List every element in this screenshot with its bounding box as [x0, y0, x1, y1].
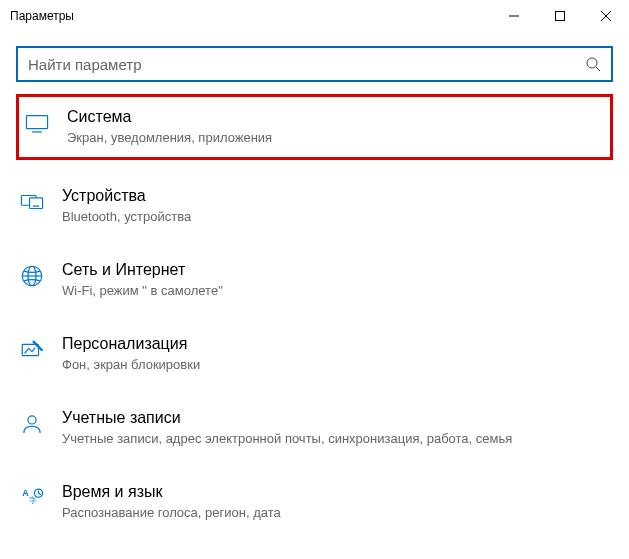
settings-item-title: Система [67, 107, 272, 128]
svg-text:字: 字 [29, 496, 37, 505]
minimize-icon [509, 11, 519, 21]
settings-item-desc: Учетные записи, адрес электронной почты,… [62, 430, 512, 448]
settings-item-text: Время и язык Распознавание голоса, регио… [62, 482, 281, 522]
maximize-button[interactable] [537, 0, 583, 32]
settings-item-time-language[interactable]: A 字 Время и язык Распознавание голоса, р… [16, 472, 613, 532]
window-titlebar: Параметры [0, 0, 629, 32]
settings-item-title: Устройства [62, 186, 191, 207]
settings-item-text: Учетные записи Учетные записи, адрес эле… [62, 408, 512, 448]
settings-item-network[interactable]: Сеть и Интернет Wi-Fi, режим " в самолет… [16, 250, 613, 310]
settings-item-text: Персонализация Фон, экран блокировки [62, 334, 200, 374]
svg-point-15 [28, 416, 36, 424]
settings-item-desc: Bluetooth, устройства [62, 208, 191, 226]
settings-item-desc: Распознавание голоса, регион, дата [62, 504, 281, 522]
settings-item-text: Система Экран, уведомления, приложения [67, 107, 272, 147]
maximize-icon [555, 11, 565, 21]
settings-item-title: Персонализация [62, 334, 200, 355]
svg-rect-9 [30, 198, 43, 209]
person-icon [16, 408, 48, 440]
settings-item-desc: Фон, экран блокировки [62, 356, 200, 374]
close-icon [601, 11, 611, 21]
settings-item-desc: Экран, уведомления, приложения [67, 129, 272, 147]
globe-icon [16, 260, 48, 292]
search-input[interactable] [28, 56, 585, 73]
settings-item-ease-of-access[interactable]: Специальные возможности Экранный диктор,… [16, 546, 613, 559]
search-icon [585, 56, 601, 72]
svg-rect-6 [26, 116, 47, 129]
settings-item-personalization[interactable]: Персонализация Фон, экран блокировки [16, 324, 613, 384]
minimize-button[interactable] [491, 0, 537, 32]
personalization-icon [16, 334, 48, 366]
settings-item-text: Устройства Bluetooth, устройства [62, 186, 191, 226]
display-icon [21, 107, 53, 139]
window-controls [491, 0, 629, 32]
settings-item-text: Сеть и Интернет Wi-Fi, режим " в самолет… [62, 260, 223, 300]
search-box[interactable] [16, 46, 613, 82]
settings-item-accounts[interactable]: Учетные записи Учетные записи, адрес эле… [16, 398, 613, 458]
svg-point-4 [587, 58, 597, 68]
settings-list: Система Экран, уведомления, приложения У… [16, 94, 613, 559]
settings-item-system[interactable]: Система Экран, уведомления, приложения [16, 94, 613, 160]
window-title: Параметры [10, 9, 491, 23]
settings-item-desc: Wi-Fi, режим " в самолете" [62, 282, 223, 300]
settings-item-title: Учетные записи [62, 408, 512, 429]
devices-icon [16, 186, 48, 218]
time-language-icon: A 字 [16, 482, 48, 514]
svg-line-20 [39, 493, 41, 495]
svg-rect-1 [556, 12, 565, 21]
close-button[interactable] [583, 0, 629, 32]
settings-item-title: Сеть и Интернет [62, 260, 223, 281]
settings-item-devices[interactable]: Устройства Bluetooth, устройства [16, 176, 613, 236]
svg-line-5 [596, 67, 600, 71]
settings-item-title: Время и язык [62, 482, 281, 503]
